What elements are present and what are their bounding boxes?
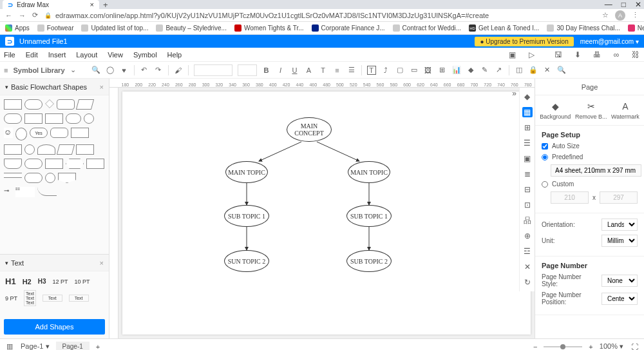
page-selector[interactable]: Page-1 ▾ (21, 342, 50, 350)
tab-watermark[interactable]: AWatermark (611, 101, 639, 120)
bookmark-item[interactable]: Women Tights & Tr... (234, 24, 304, 32)
h3-style[interactable]: H3 (38, 278, 46, 285)
shape-item[interactable] (45, 159, 63, 169)
bookmark-item[interactable]: Footwear (37, 24, 74, 32)
url-input[interactable]: 🔒 edrawmax.com/online/app.html?y0/KUjV2y… (44, 12, 596, 19)
reload-icon[interactable]: ⟳ (32, 11, 38, 19)
shape-item[interactable] (24, 159, 43, 169)
shape-item[interactable] (76, 99, 94, 110)
node-main-2[interactable]: MAIN TOPIC (348, 161, 390, 183)
shape-item[interactable] (45, 113, 63, 124)
share-icon[interactable]: ∞ (612, 50, 621, 59)
chevron-down-icon[interactable]: ⌄ (70, 66, 76, 74)
shape-item[interactable] (37, 144, 55, 155)
maximize-icon[interactable]: □ (621, 0, 626, 9)
link-icon[interactable]: ⛓ (631, 50, 640, 59)
pn-pos-select[interactable]: Center (601, 293, 638, 305)
menu-view[interactable]: View (108, 51, 123, 59)
line-icon[interactable]: ✎ (480, 66, 489, 75)
shape-item[interactable] (4, 173, 22, 178)
bookmark-item[interactable]: 30 Day Fitness Chal... (547, 24, 620, 32)
back-icon[interactable]: ← (5, 12, 12, 19)
node-sub-4[interactable]: SUB TOPIC 2 (346, 250, 392, 272)
shape-item[interactable] (84, 113, 94, 124)
shape-item[interactable] (86, 159, 104, 169)
group-icon[interactable]: 品 (522, 215, 533, 226)
menu-edit[interactable]: Edit (26, 51, 38, 59)
node-main-1[interactable]: MAIN TOPIC (225, 161, 268, 183)
tools-icon[interactable]: ✕ (543, 66, 552, 75)
font-family-input[interactable] (194, 64, 232, 76)
bookmark-item[interactable]: Negin Mirsalehi (@... (628, 24, 644, 32)
menu-insert[interactable]: Insert (48, 51, 66, 59)
layer-tool-icon[interactable]: ☰ (522, 138, 533, 148)
redo-icon[interactable]: ↷ (154, 66, 163, 75)
format-painter-icon[interactable]: 🖌 (174, 66, 183, 75)
connector-icon[interactable]: ⤴ (381, 66, 390, 75)
pn-style-select[interactable]: None (601, 275, 638, 287)
close-icon[interactable]: × (90, 1, 94, 8)
library-icon[interactable]: ≡ (4, 66, 8, 74)
h2-style[interactable]: H2 (23, 278, 32, 286)
shape-item[interactable] (15, 128, 27, 141)
star-icon[interactable]: ☆ (602, 11, 609, 19)
text-block[interactable]: Text (69, 295, 89, 302)
text-panel-header[interactable]: ▾ Text × (0, 255, 109, 271)
orientation-select[interactable]: Lands... (601, 219, 638, 231)
zoom-slider[interactable] (544, 346, 582, 347)
play-icon[interactable]: ▷ (527, 50, 536, 59)
arrow-style-icon[interactable]: ↗ (495, 66, 504, 75)
zoom-in-button[interactable]: + (589, 343, 592, 351)
fullscreen-icon[interactable]: ⛶ (630, 342, 639, 351)
page-tool-icon[interactable]: ▣ (522, 153, 533, 164)
italic-icon[interactable]: I (276, 66, 285, 75)
bookmark-item[interactable]: HDGet Lean & Toned I... (469, 24, 539, 32)
shapes-panel-header[interactable]: ▾ Basic Flowchart Shapes × (0, 79, 109, 95)
browser-tab[interactable]: ⊃ Edraw Max × (3, 0, 99, 9)
shape-tool-icon[interactable]: ▢ (395, 66, 404, 75)
node-sub-3[interactable]: SUN TOPIC 2 (224, 250, 269, 272)
custom-radio[interactable] (542, 181, 548, 188)
image-icon[interactable]: 🖼 (424, 66, 433, 75)
distribute-icon[interactable]: ⊡ (522, 200, 533, 210)
shape-item[interactable]: ⊸ (4, 187, 13, 197)
shape-item[interactable] (66, 159, 84, 169)
present-icon[interactable]: ▣ (507, 50, 516, 59)
unit-select[interactable]: Millim... (601, 235, 638, 247)
apps-bookmark[interactable]: Apps (5, 24, 30, 32)
bookmark-item[interactable]: Corporate Finance J... (312, 24, 385, 32)
add-page-icon[interactable]: ⊕ (522, 231, 533, 241)
bold-icon[interactable]: B (262, 66, 271, 75)
bookmark-item[interactable]: Beauty – Styledrive... (156, 24, 227, 32)
pages-icon[interactable]: ▥ (5, 342, 14, 351)
predefined-radio[interactable] (542, 154, 548, 160)
settings-icon[interactable]: ✕ (522, 262, 533, 272)
shape-item[interactable] (71, 128, 89, 138)
crop-icon[interactable]: ◫ (515, 66, 524, 75)
fill-tool-icon[interactable]: ◆ (522, 92, 533, 102)
rect-icon[interactable]: ▭ (410, 66, 419, 75)
shape-item[interactable] (37, 187, 57, 196)
node-root[interactable]: MAIN CONCEPT (287, 117, 332, 142)
shape-item[interactable] (57, 99, 75, 110)
auto-size-checkbox[interactable] (542, 143, 548, 150)
shape-item[interactable]: Yes (30, 128, 48, 138)
close-window-icon[interactable]: ✕ (635, 0, 641, 9)
shape-item[interactable] (45, 173, 55, 183)
fill-icon[interactable]: ◆ (466, 66, 475, 75)
node-sub-1[interactable]: SUB TOPIC 1 (224, 205, 269, 227)
menu-icon[interactable]: ⋮ (632, 11, 639, 19)
pt9-style[interactable]: 9 PT (5, 295, 17, 302)
shape-item[interactable] (24, 173, 43, 183)
node-sub-2[interactable]: SUB TOPIC 1 (346, 205, 392, 227)
tab-remove-bg[interactable]: ✂Remove B... (575, 101, 607, 120)
underline-icon[interactable]: U (290, 66, 299, 75)
shape-item[interactable] (57, 144, 75, 155)
text-block[interactable]: Text (43, 295, 62, 302)
align-tool-icon[interactable]: ⊟ (522, 184, 533, 195)
user-email[interactable]: meem@gmail.com ▾ (580, 38, 639, 45)
height-input[interactable] (600, 191, 638, 204)
menu-layout[interactable]: Layout (76, 51, 97, 59)
search-icon[interactable]: 🔍 (557, 66, 566, 75)
theme-tool-icon[interactable]: ▦ (522, 107, 533, 117)
